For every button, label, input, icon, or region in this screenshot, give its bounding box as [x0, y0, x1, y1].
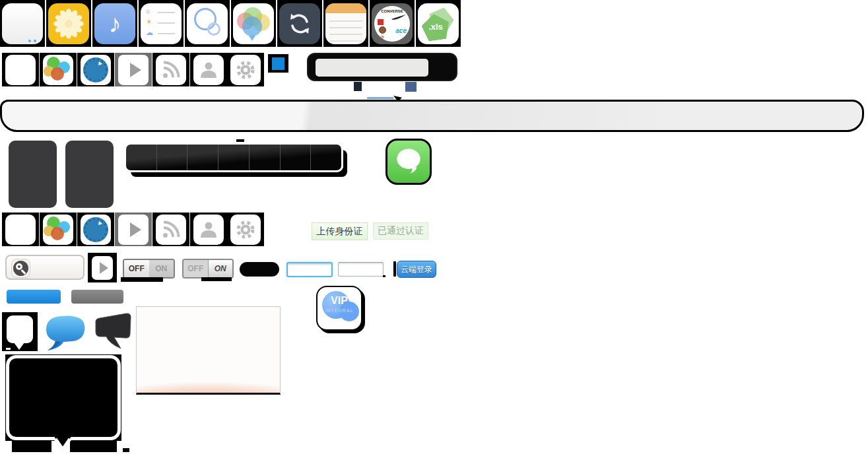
speech-bubble-black-large: [5, 354, 123, 453]
play-icon[interactable]: [115, 213, 152, 246]
content-panel: [136, 306, 281, 395]
sprite-fragment: [393, 261, 396, 277]
speech-bubble-blue-icon: [44, 312, 86, 352]
sprite-fragment: [123, 448, 129, 452]
segment-button[interactable]: [187, 145, 218, 170]
triangle-shape: [100, 262, 108, 274]
sync-arrows-icon: [279, 3, 320, 44]
speech-bubble-white-icon: [7, 315, 33, 343]
ring-glyph-icon: ○: [146, 8, 150, 15]
white-bubble-frame: [2, 312, 38, 351]
chat-bubbles-icon: [233, 3, 274, 44]
segment-button[interactable]: [250, 145, 281, 170]
circle-shape: [51, 67, 64, 81]
sprite-fragment: [236, 139, 244, 142]
rss-icon[interactable]: [152, 213, 189, 246]
toggle-on-state[interactable]: OFF ON: [182, 259, 234, 279]
magnifier-badge: [11, 259, 30, 278]
play-button[interactable]: [92, 256, 113, 280]
swoosh-icon: [391, 15, 406, 20]
line: [329, 40, 362, 42]
triangle-shape: [130, 63, 141, 77]
xls-export-app-icon[interactable]: .xls: [416, 0, 461, 47]
divider: [158, 12, 175, 13]
clock-icon[interactable]: [77, 53, 114, 86]
dark-card: [9, 141, 57, 208]
notes-icon: [325, 3, 366, 44]
tab-active[interactable]: [7, 290, 61, 304]
clock-icon[interactable]: [77, 213, 114, 246]
settings-list-icon: ○ ☀ ☁: [141, 3, 182, 44]
settings-list-app-icon[interactable]: ○ ☀ ☁: [139, 0, 184, 47]
panel-pink-glow: [137, 373, 280, 393]
blank-app-icon[interactable]: [0, 0, 45, 47]
magnifier-icon: [13, 261, 28, 276]
xls-label: .xls: [418, 22, 453, 32]
cloud-login-button[interactable]: 云端登录: [397, 261, 436, 278]
gear-icon[interactable]: [227, 213, 264, 246]
brand-text: V8: [379, 35, 384, 39]
bubble-tail: [14, 343, 24, 350]
brand-collage-icon: CONVERSE ace V8: [372, 3, 413, 44]
line: [329, 34, 362, 35]
verified-label: 已通过认证: [378, 225, 424, 237]
toggle-off-state[interactable]: OFF ON: [123, 259, 175, 279]
segment-button[interactable]: [157, 145, 188, 170]
cloud-login-label: 云端登录: [401, 264, 432, 275]
blue-swatch: [272, 57, 284, 70]
user-icon[interactable]: [190, 53, 227, 86]
toolbar: [0, 100, 864, 132]
search-bar: [307, 53, 457, 81]
user-icon[interactable]: [190, 213, 227, 246]
flower-icon: [48, 3, 89, 44]
speech-bubble-icon: [391, 144, 426, 180]
overlapping-circles-icon: [187, 3, 228, 44]
segment-button[interactable]: [126, 145, 157, 170]
chat-bubbles-app-icon[interactable]: [231, 0, 276, 47]
rss-icon[interactable]: [152, 53, 189, 86]
red-logo-swatch: [378, 19, 384, 25]
search-input[interactable]: [5, 255, 84, 280]
cloud-glyph-icon: ☁: [146, 29, 153, 36]
text-input-focused[interactable]: [286, 262, 333, 277]
circles-app-icon[interactable]: [185, 0, 230, 47]
search-bar-input[interactable]: [316, 59, 428, 77]
monkey-logo-icon: [379, 26, 386, 34]
upload-id-label: 上传身份证: [317, 226, 363, 238]
sprite-fragment: [201, 277, 232, 281]
segment-button[interactable]: [281, 145, 312, 170]
vip-title: VIP: [317, 295, 361, 307]
sprite-fragment: [121, 277, 163, 282]
triangle-shape: [130, 222, 141, 237]
brand-text: CONVERSE: [374, 9, 410, 13]
music-note-icon: ♪: [94, 3, 135, 44]
blank-app-icon[interactable]: [2, 53, 39, 86]
segmented-bar: [124, 143, 343, 172]
sync-app-icon[interactable]: [277, 0, 322, 47]
messages-app-icon[interactable]: [387, 141, 430, 183]
play-button-frame: [88, 253, 117, 282]
segment-button[interactable]: [218, 145, 250, 170]
colored-circles-icon[interactable]: [40, 213, 77, 246]
blank-app-icon[interactable]: [2, 213, 39, 246]
line: [329, 27, 362, 28]
notes-app-icon[interactable]: [323, 0, 368, 47]
brand-text: ace: [395, 27, 407, 34]
search-bar-button[interactable]: [428, 59, 453, 77]
play-icon[interactable]: [115, 53, 152, 86]
vip-subtitle: INTEGRAL: [317, 308, 361, 313]
text-input[interactable]: [338, 262, 384, 277]
speech-bubble-dark-icon: [92, 312, 133, 351]
music-app-icon[interactable]: ♪: [92, 0, 137, 47]
tab-inactive[interactable]: [71, 290, 123, 304]
upload-id-button[interactable]: 上传身份证: [312, 222, 368, 240]
photos-app-icon[interactable]: [46, 0, 91, 47]
blue-swatch-frame: [268, 54, 288, 73]
black-pill: [240, 262, 279, 277]
brands-app-icon[interactable]: CONVERSE ace V8: [370, 0, 415, 47]
gear-icon[interactable]: [227, 53, 264, 86]
colored-circles-icon[interactable]: [40, 53, 77, 86]
segment-button[interactable]: [311, 145, 341, 170]
sprite-fragment: [354, 82, 362, 91]
sprite-fragment: [405, 82, 417, 92]
